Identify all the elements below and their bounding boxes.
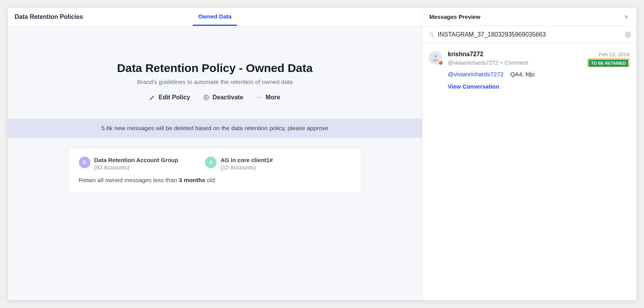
group-name: AG in core client1# (220, 157, 273, 163)
edit-policy-button[interactable]: Edit Policy (149, 94, 190, 101)
group-count: (12 Accounts) (220, 164, 273, 171)
more-button[interactable]: More (256, 94, 280, 101)
author-handle: @vivianrichards7272 (448, 60, 498, 66)
message-text: QA4, fdjs (510, 71, 535, 77)
close-icon (623, 14, 629, 20)
policy-card: D Data Retention Account Group (93 Accou… (68, 148, 362, 193)
ellipsis-icon (256, 94, 262, 100)
message-content: @vivianrichards7272 QA4, fdjs (448, 71, 629, 78)
status-badge: TO BE RETAINED (589, 60, 628, 67)
more-label: More (265, 94, 280, 101)
search-input[interactable] (438, 31, 621, 38)
main-content: Data Retention Policies Owned Data Data … (8, 8, 422, 300)
svg-point-3 (261, 97, 262, 98)
svg-point-5 (434, 55, 437, 58)
pencil-icon (149, 94, 155, 100)
group-meta: AG in core client1# (12 Accounts) (220, 157, 273, 171)
deactivate-label: Deactivate (212, 94, 243, 101)
hero-subtitle: Brand's guidelines to automate the reten… (15, 79, 414, 85)
message-body: krishna7272 Feb 13, 2019 @vivianrichards… (448, 51, 629, 90)
author-name: krishna7272 (448, 51, 484, 58)
account-group: D Data Retention Account Group (93 Accou… (79, 157, 179, 171)
x-icon (626, 33, 629, 36)
close-button[interactable] (622, 12, 631, 22)
group-avatar: A (205, 157, 217, 168)
circle-x-icon (203, 94, 209, 100)
group-name: Data Retention Account Group (94, 157, 179, 163)
panel-title: Messages Preview (429, 13, 622, 20)
retain-prefix: Retain all owned messages less than (79, 177, 179, 183)
separator-dot: • (501, 60, 502, 66)
app-shell: Data Retention Policies Owned Data Data … (8, 8, 636, 300)
retain-bold: 3 months (179, 177, 205, 183)
message-item: krishna7272 Feb 13, 2019 @vivianrichards… (422, 43, 636, 97)
tab-owned-data[interactable]: Owned Data (193, 8, 237, 26)
group-avatar: D (79, 157, 90, 168)
view-conversation-link[interactable]: View Conversation (448, 83, 499, 90)
hero-title: Data Retention Policy - Owned Data (15, 62, 414, 75)
message-header: krishna7272 Feb 13, 2019 (448, 51, 629, 58)
instagram-badge-icon (438, 60, 443, 65)
group-count: (93 Accounts) (94, 164, 179, 171)
messages-preview-panel: Messages Preview krishna7272 F (422, 8, 636, 300)
svg-point-4 (429, 33, 432, 36)
message-type: Comment (505, 60, 528, 66)
approval-notice: 5.6k new messages will be deleted based … (8, 119, 422, 138)
search-icon (429, 32, 434, 37)
clear-search-button[interactable] (625, 32, 631, 38)
avatar (429, 51, 442, 65)
deactivate-button[interactable]: Deactivate (203, 94, 243, 101)
group-meta: Data Retention Account Group (93 Account… (94, 157, 179, 171)
message-meta: @vivianrichards7272 • Comment TO BE RETA… (448, 59, 629, 67)
retain-rule: Retain all owned messages less than 3 mo… (79, 177, 351, 184)
hero: Data Retention Policy - Owned Data Brand… (8, 26, 422, 119)
search-bar (422, 26, 636, 43)
svg-point-2 (259, 97, 260, 98)
account-group: A AG in core client1# (12 Accounts) (205, 157, 273, 171)
topbar: Data Retention Policies Owned Data (8, 8, 422, 26)
edit-policy-label: Edit Policy (158, 94, 190, 101)
status-badge-highlight: TO BE RETAINED (587, 59, 629, 67)
message-date: Feb 13, 2019 (599, 51, 629, 57)
mention-link[interactable]: @vivianrichards7272 (448, 71, 504, 77)
account-groups: D Data Retention Account Group (93 Accou… (79, 157, 351, 171)
hero-actions: Edit Policy Deactivate More (15, 94, 414, 101)
retain-suffix: old (205, 177, 215, 183)
panel-header: Messages Preview (422, 8, 636, 26)
page-title: Data Retention Policies (8, 13, 90, 20)
svg-point-1 (257, 97, 258, 98)
